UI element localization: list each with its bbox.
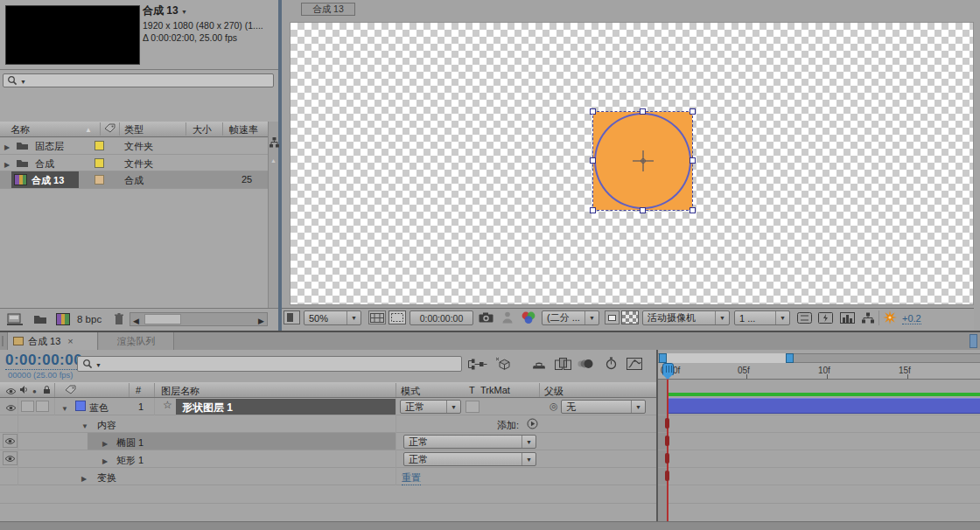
layer-twirl-icon[interactable] <box>61 402 68 413</box>
shy-icon[interactable] <box>532 359 546 369</box>
twirl-icon[interactable] <box>4 158 10 169</box>
label-color-swatch[interactable] <box>94 175 104 185</box>
eye-toggle-box[interactable] <box>3 451 18 465</box>
timeline-vscroll-top[interactable] <box>970 334 977 348</box>
motion-blur-icon[interactable] <box>578 359 593 369</box>
selection-handle-e[interactable] <box>690 157 696 164</box>
resolution-select[interactable]: (二分 ... <box>542 310 599 325</box>
chevron-down-icon[interactable] <box>775 311 789 324</box>
show-channels-icon[interactable] <box>521 311 536 324</box>
current-time-display[interactable]: 0:00:00:00 <box>5 352 82 370</box>
chevron-down-icon[interactable] <box>584 311 598 324</box>
time-navigator-thumb[interactable] <box>666 353 786 363</box>
exposure-value[interactable]: +0.2 <box>902 313 921 324</box>
contents-twirl-icon[interactable] <box>81 420 88 430</box>
twirl-icon[interactable] <box>4 141 10 151</box>
layer-mode-select[interactable]: 正常 <box>400 400 461 414</box>
layer-row-shape-layer-1[interactable]: 蓝色 1 形状图层 1 正常 无 <box>0 398 658 415</box>
pixel-aspect-icon[interactable] <box>797 312 812 324</box>
layer-duration-bar[interactable] <box>668 398 980 414</box>
selection-handle-sw[interactable] <box>590 207 596 213</box>
selection-handle-s[interactable] <box>640 207 646 213</box>
region-of-interest-icon[interactable] <box>388 310 406 324</box>
selection-handle-w[interactable] <box>590 157 596 164</box>
flowchart-icon[interactable] <box>270 137 279 150</box>
shape-layer-selection[interactable] <box>593 112 692 210</box>
auto-keyframe-icon[interactable] <box>606 357 617 370</box>
add-menu-icon[interactable] <box>527 418 538 431</box>
view-count-select[interactable]: 1 ... <box>734 310 790 325</box>
scroll-left-icon[interactable] <box>133 315 139 325</box>
project-row-comp13[interactable]: 合成 13 合成 25 <box>0 171 268 188</box>
eye-icon[interactable] <box>5 403 17 414</box>
project-scrollbar[interactable] <box>268 122 278 308</box>
transparency-grid-icon[interactable] <box>621 310 639 324</box>
timeline-tab-render-queue[interactable]: 渲染队列 <box>99 332 174 350</box>
column-header-name[interactable]: 名称 <box>10 123 30 136</box>
timeline-search-input[interactable] <box>77 356 462 372</box>
label-column-icon[interactable] <box>104 123 116 135</box>
comp-name-dropdown-icon[interactable] <box>181 4 187 17</box>
layer-label-swatch[interactable] <box>75 401 86 411</box>
lock-toggle-box[interactable] <box>36 401 49 412</box>
viewer-timecode-button[interactable]: 0:00:00:00 <box>410 310 473 325</box>
frame-blend-icon[interactable] <box>555 358 571 370</box>
always-preview-icon[interactable] <box>284 310 300 324</box>
scroll-right-icon[interactable] <box>258 315 264 325</box>
search-options-icon[interactable] <box>20 75 26 86</box>
chevron-down-icon[interactable] <box>346 311 360 324</box>
search-options-icon[interactable] <box>95 359 102 369</box>
sort-ascending-icon[interactable] <box>85 123 92 134</box>
trkmat-box[interactable] <box>466 401 480 413</box>
draft-3d-icon[interactable] <box>495 357 510 371</box>
safe-margins-icon[interactable] <box>368 310 386 324</box>
graph-editor-icon[interactable] <box>626 358 642 370</box>
snapshot-camera-icon[interactable] <box>479 312 494 323</box>
navigator-handle-right[interactable] <box>786 353 794 363</box>
solo-toggle-box[interactable] <box>21 401 34 412</box>
group-row-rectangle[interactable]: 矩形 1 正常 <box>0 450 658 468</box>
selection-handle-ne[interactable] <box>690 108 696 115</box>
ellipse-twirl-icon[interactable] <box>102 437 108 448</box>
timeline-tab-comp[interactable]: 合成 13 × <box>7 332 98 350</box>
playhead-line[interactable] <box>667 378 668 521</box>
group-row-transform[interactable]: 变换 重置 <box>0 468 658 485</box>
label-color-swatch[interactable] <box>94 158 104 168</box>
group-row-contents[interactable]: 内容 添加: <box>0 415 658 433</box>
chevron-down-icon[interactable] <box>522 453 536 465</box>
selection-handle-se[interactable] <box>690 207 696 213</box>
hscroll-thumb[interactable] <box>144 314 181 324</box>
layer-name-cell[interactable]: 形状图层 1 <box>176 399 396 415</box>
chevron-down-icon[interactable] <box>631 401 645 413</box>
new-composition-icon[interactable] <box>56 313 70 325</box>
ellipse-mode-select[interactable]: 正常 <box>403 435 536 449</box>
chevron-down-icon[interactable] <box>522 436 536 448</box>
time-ruler[interactable]: 0:00f 05f 10f 15f <box>658 363 980 380</box>
column-header-size[interactable]: 大小 <box>192 123 212 136</box>
project-comp-name[interactable]: 合成 13 <box>143 4 178 17</box>
anchor-point-icon[interactable] <box>633 150 654 173</box>
group-row-ellipse[interactable]: 椭圆 1 正常 <box>0 433 658 450</box>
project-row-comps-folder[interactable]: 合成 文件夹 <box>0 155 268 171</box>
eye-toggle-box[interactable] <box>3 434 18 448</box>
project-hscrollbar[interactable] <box>130 312 268 326</box>
reset-link[interactable]: 重置 <box>402 471 421 485</box>
current-time-indicator[interactable] <box>662 363 674 375</box>
navigator-handle-left[interactable] <box>659 353 667 363</box>
view-layout-select[interactable]: 活动摄像机 <box>642 310 730 325</box>
viewer-tab[interactable]: 合成 13 <box>301 3 355 16</box>
new-folder-icon[interactable] <box>33 314 47 324</box>
parent-select[interactable]: 无 <box>561 400 646 414</box>
chevron-down-icon[interactable] <box>715 311 729 324</box>
region-toggle-icon[interactable] <box>605 310 620 324</box>
column-header-type[interactable]: 类型 <box>124 123 144 136</box>
project-search-input[interactable] <box>3 73 274 87</box>
selection-handle-nw[interactable] <box>590 108 596 115</box>
layer-label-name[interactable]: 蓝色 <box>89 401 108 415</box>
scroll-up-icon[interactable] <box>270 154 276 164</box>
show-snapshot-icon[interactable] <box>502 311 513 324</box>
fast-previews-icon[interactable] <box>883 310 898 325</box>
column-header-fps[interactable]: 帧速率 <box>229 123 258 136</box>
bit-depth-label[interactable]: 8 bpc <box>77 314 102 324</box>
transform-twirl-icon[interactable] <box>81 472 87 483</box>
